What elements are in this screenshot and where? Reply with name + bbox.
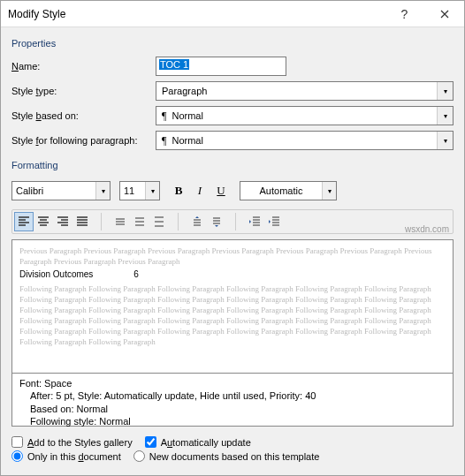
watermark: wsxdn.com <box>405 224 449 234</box>
paragraph-toolbar: wsxdn.com <box>11 209 454 234</box>
bold-button[interactable]: B <box>169 181 188 200</box>
preview-box: Previous Paragraph Previous Paragraph Pr… <box>11 239 454 374</box>
font-name-combo[interactable]: ▾ <box>11 181 111 200</box>
style-description: Font: Space After: 5 pt, Style: Automati… <box>11 374 454 427</box>
label-style-following: Style for following paragraph: <box>11 135 156 146</box>
style-based-on-select[interactable]: ¶Normal ▾ <box>156 106 454 125</box>
preview-next-text: Following Paragraph Following Paragraph … <box>19 283 446 348</box>
close-icon <box>440 10 449 19</box>
row-style-based-on: Style based on: ¶Normal ▾ <box>11 106 454 125</box>
italic-button[interactable]: I <box>190 181 210 200</box>
close-button[interactable] <box>424 1 464 27</box>
titlebar: Modify Style ? <box>1 1 464 27</box>
dialog-title: Modify Style <box>8 8 385 20</box>
chevron-down-icon: ▾ <box>95 182 110 200</box>
formatting-group-label: Formatting <box>11 160 454 170</box>
options-group: Add to the Styles gallery Automatically … <box>11 434 454 465</box>
space-before-dec-button[interactable] <box>207 212 226 231</box>
font-name-input[interactable] <box>12 185 95 196</box>
label-style-type: Style type: <box>11 86 156 96</box>
chevron-down-icon: ▾ <box>437 82 453 100</box>
preview-prev-text: Previous Paragraph Previous Paragraph Pr… <box>19 246 446 267</box>
new-documents-template-radio[interactable]: New documents based on this template <box>133 450 320 462</box>
font-size-input[interactable] <box>120 185 145 196</box>
chevron-down-icon: ▾ <box>322 182 336 200</box>
align-center-button[interactable] <box>34 212 53 231</box>
add-to-gallery-checkbox[interactable]: Add to the Styles gallery <box>11 436 133 448</box>
line-spacing-2-button[interactable] <box>149 212 169 231</box>
font-color-combo[interactable]: Automatic ▾ <box>240 181 337 200</box>
pilcrow-icon: ¶ <box>162 110 166 123</box>
only-in-document-radio[interactable]: Only in this document <box>11 450 121 462</box>
label-name: Name: <box>11 61 156 72</box>
dialog-content: Properties Name: TOC 1 Style type: Parag… <box>1 27 464 473</box>
automatically-update-checkbox[interactable]: Automatically update <box>145 436 251 448</box>
label-style-based-on: Style based on: <box>11 110 156 121</box>
pilcrow-icon: ¶ <box>162 134 166 147</box>
modify-style-dialog: Modify Style ? Properties Name: TOC 1 St… <box>0 0 465 476</box>
properties-group-label: Properties <box>11 38 454 49</box>
increase-indent-button[interactable] <box>264 212 284 231</box>
style-following-select[interactable]: ¶Normal ▾ <box>156 131 454 150</box>
line-spacing-1-button[interactable] <box>111 212 130 231</box>
row-style-type: Style type: Paragraph ▾ <box>11 81 454 101</box>
chevron-down-icon: ▾ <box>437 107 453 125</box>
underline-button[interactable]: U <box>211 181 231 200</box>
chevron-down-icon: ▾ <box>437 132 453 149</box>
preview-sample: Division Outcomes6 <box>19 268 446 281</box>
chevron-down-icon: ▾ <box>145 182 159 200</box>
space-before-inc-button[interactable] <box>187 212 207 231</box>
row-name: Name: TOC 1 <box>11 57 454 76</box>
help-button[interactable]: ? <box>385 1 424 27</box>
align-left-button[interactable] <box>14 212 34 231</box>
biu-group: B I U <box>169 181 231 200</box>
align-right-button[interactable] <box>53 212 72 231</box>
formatting-bar: ▾ ▾ B I U Automatic ▾ <box>11 181 454 200</box>
font-size-combo[interactable]: ▾ <box>119 181 160 200</box>
decrease-indent-button[interactable] <box>245 212 264 231</box>
row-style-following: Style for following paragraph: ¶Normal ▾ <box>11 131 454 150</box>
style-type-select[interactable]: Paragraph ▾ <box>156 81 454 101</box>
line-spacing-15-button[interactable] <box>130 212 149 231</box>
align-justify-button[interactable] <box>72 212 92 231</box>
